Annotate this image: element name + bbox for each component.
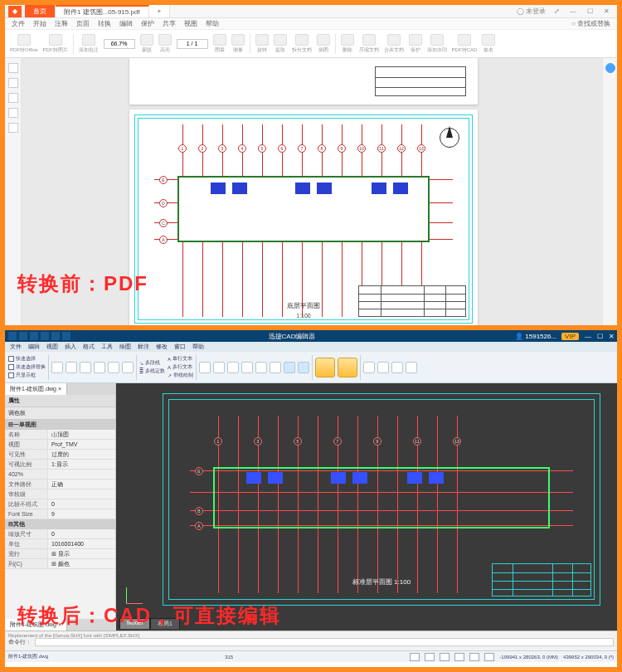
tool-trim-icon[interactable] [255,362,267,373]
ribbon-pdf-to-cad[interactable]: PDF转CAD [452,34,478,54]
cad-menu-window[interactable]: 窗口 [174,343,186,351]
cmd-input[interactable] [35,638,614,646]
page-input[interactable] [177,39,208,49]
menu-edit[interactable]: 编辑 [119,19,133,28]
ribbon-merge[interactable]: 合并文档 [384,34,404,54]
grid-toggle-icon[interactable] [425,653,435,661]
qat-redo-icon[interactable] [62,332,70,340]
prop-row[interactable]: 可视比例1:显示 [5,460,115,470]
help-icon[interactable] [605,63,615,73]
chk-block-select[interactable]: 块速选择替换 [8,363,46,371]
chk-quick-select[interactable]: 快速选择 [8,355,46,363]
ribbon-pdf-to-office[interactable]: PDF转Office [10,34,38,54]
otrack-toggle-icon[interactable] [484,653,494,661]
qat-new-icon[interactable] [8,332,17,340]
prop-row[interactable]: 列(C)⊞ 颜色 [5,559,115,569]
ribbon-stamp[interactable]: 图章 [213,34,226,54]
ribbon-mask[interactable]: 蒙版 [140,34,153,54]
snap-toggle-icon[interactable] [410,653,420,661]
osnap-toggle-icon[interactable] [469,653,479,661]
tab-file[interactable]: 附件1 建筑图...05-915.pdf [56,5,149,17]
ribbon-watermark[interactable]: 添加水印 [427,34,447,54]
ribbon-highlight[interactable]: 高亮 [158,34,172,54]
cad-maximize-icon[interactable]: ☐ [594,333,605,340]
prop-row[interactable]: 402% [5,470,115,480]
menu-search[interactable]: ○ 查找或替换 [571,19,610,28]
vip-badge[interactable]: VIP [561,333,579,340]
prop-row[interactable]: 宽行⊞ 显示 [5,549,115,559]
minimize-icon[interactable]: — [567,7,579,15]
ribbon-insert-image[interactable]: 插图 [317,34,330,54]
tool-extend-icon[interactable] [270,362,281,373]
polar-toggle-icon[interactable] [454,653,464,661]
tool-layer-icon[interactable] [298,362,309,373]
doc-tab[interactable]: 附件1-建筑图.dwg × [5,383,67,395]
prop-row[interactable]: 文件路径正确 [5,480,115,489]
prop-row[interactable]: 缩放尺寸0 [5,529,115,539]
tool-multiline-label[interactable]: ≣ 多线定数 [139,368,165,375]
tool-hatch-icon[interactable] [284,362,295,373]
zoom-input[interactable] [104,39,135,49]
cad-menu-dim[interactable]: 标注 [138,343,149,351]
layers-icon[interactable] [8,123,18,133]
cad-menu-edit[interactable]: 编辑 [28,343,40,351]
login-status[interactable]: ◯ 未登录 [517,7,546,16]
prop-row[interactable]: 名称山顶图 [5,430,115,440]
prop-row[interactable]: 比较不得式0 [5,499,115,509]
menu-page[interactable]: 页面 [76,19,90,28]
ortho-toggle-icon[interactable] [440,653,449,661]
prop-row[interactable]: 视图Prof_TMV [5,440,115,450]
cad-user[interactable]: 👤 1591526... [510,333,561,340]
tool-scale-icon[interactable] [241,362,253,373]
ribbon-split-doc[interactable]: 拆分文档 [292,34,312,54]
ribbon-protect[interactable]: 保护 [409,34,422,54]
cad-menu-tools[interactable]: 工具 [101,343,113,351]
cad-menu-view[interactable]: 视图 [46,343,58,351]
tool-dim-icon[interactable] [363,362,375,373]
ribbon-compress[interactable]: 压缩文档 [359,34,379,54]
menu-annotate[interactable]: 注释 [55,19,68,28]
tool-polyline-icon[interactable] [108,362,119,373]
close-icon[interactable]: ✕ [600,7,612,15]
tool-spline-icon[interactable] [122,362,134,373]
cad-menu-file[interactable]: 文件 [10,343,22,351]
qat-print-icon[interactable] [41,332,49,340]
cad-close-icon[interactable]: ✕ [605,333,617,340]
thumbnail-icon[interactable] [8,63,18,73]
prop-row[interactable]: Font Size9 [5,509,115,519]
maximize-icon[interactable]: ☐ [584,7,595,15]
tab-add[interactable]: + [149,5,171,17]
tab-home[interactable]: 首页 [25,5,56,17]
prop-row[interactable]: 审核级 [5,489,115,499]
qat-open-icon[interactable] [19,332,27,340]
tool-arc-icon[interactable] [94,362,105,373]
menu-file[interactable]: 文件 [12,19,25,28]
menu-protect[interactable]: 保护 [141,19,154,28]
ribbon-rotate[interactable]: 旋转 [255,34,269,54]
widget-header[interactable]: 调色板 [5,407,115,420]
cad-canvas[interactable]: 1 3 5 7 9 11 13 E B A 标准层平面图 1:100 [116,383,617,631]
ribbon-measure[interactable]: 测量 [231,34,245,54]
menu-start[interactable]: 开始 [33,19,46,28]
tool-rotate-icon[interactable] [227,362,239,373]
comment-icon[interactable] [8,108,18,118]
tool-big-2-icon[interactable] [338,358,357,377]
tool-array-icon[interactable] [391,362,403,373]
cad-minimize-icon[interactable]: — [582,333,594,340]
prop-section-other[interactable]: ⊟ 其他 [5,519,115,529]
ribbon-pdf-to-image[interactable]: PDF转图片 [43,34,68,54]
attachment-icon[interactable] [8,93,18,103]
cad-menu-insert[interactable]: 插入 [65,343,76,351]
tool-mirror-icon[interactable] [377,362,389,373]
cad-menu-format[interactable]: 格式 [83,343,95,351]
tool-leader-label[interactable]: ↗ 带线绘制 [168,372,193,379]
tool-big-1-icon[interactable] [315,358,335,377]
tool-singletext-label[interactable]: A 单行文本 [168,355,193,363]
ribbon-extract[interactable]: 提取 [274,34,287,54]
qat-undo-icon[interactable] [51,332,60,340]
menu-view[interactable]: 视图 [184,19,197,28]
prop-row[interactable]: 单位1016001400 [5,539,115,549]
ribbon-add-annot[interactable]: 添加批注 [79,34,99,54]
prop-section-view[interactable]: ⊟ 一单视图 [5,420,115,430]
fullscreen-icon[interactable]: ⤢ [551,7,562,15]
